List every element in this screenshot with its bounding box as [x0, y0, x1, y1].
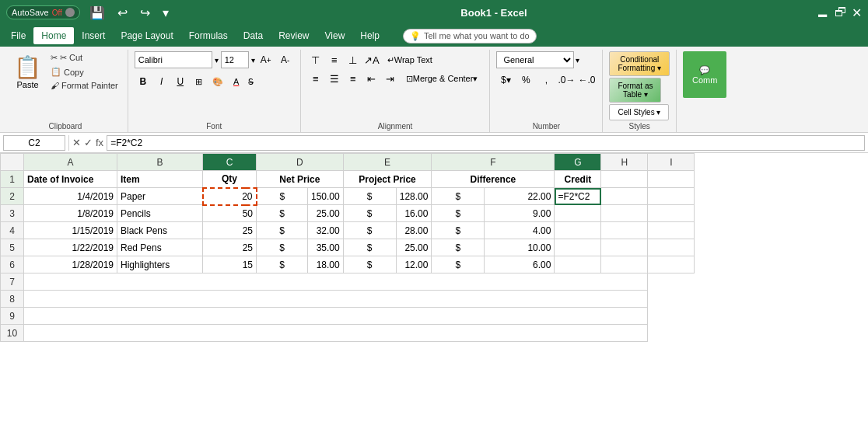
cell-c5[interactable]: 25 — [203, 239, 257, 256]
cell-g2[interactable]: =F2*C2 — [555, 188, 601, 205]
wrap-text-button[interactable]: ↵ Wrap Text — [382, 51, 438, 68]
format-painter-button[interactable]: 🖌Format Painter — [47, 79, 121, 92]
col-header-f[interactable]: F — [432, 154, 555, 171]
cell-c2[interactable]: 20 — [203, 188, 257, 205]
cell-i4[interactable] — [648, 222, 695, 239]
cut-button[interactable]: ✂✂ Cut — [47, 51, 121, 64]
col-header-h[interactable]: H — [601, 154, 648, 171]
menu-view[interactable]: View — [317, 27, 353, 44]
col-header-a[interactable]: A — [24, 154, 117, 171]
number-format-dropdown-icon[interactable]: ▾ — [576, 56, 579, 64]
copy-button[interactable]: 📋Copy — [47, 65, 121, 78]
cell-e6[interactable]: 12.00 — [396, 256, 432, 273]
insert-function-icon[interactable]: fx — [96, 137, 103, 148]
percent-button[interactable]: % — [516, 71, 535, 89]
menu-data[interactable]: Data — [236, 27, 271, 44]
increase-indent-button[interactable]: ⇥ — [382, 70, 399, 87]
align-middle-button[interactable]: ≡ — [326, 51, 343, 68]
save-icon[interactable]: 💾 — [86, 4, 108, 22]
conditional-formatting-button[interactable]: ConditionalFormatting ▾ — [609, 51, 670, 76]
cell-c3[interactable]: 50 — [203, 205, 257, 222]
menu-review[interactable]: Review — [271, 27, 317, 44]
cell-f2[interactable]: 22.00 — [485, 188, 555, 205]
bold-button[interactable]: B — [135, 73, 152, 90]
comma-button[interactable]: , — [537, 71, 555, 89]
cell-e1[interactable]: Project Price — [343, 171, 432, 188]
merge-center-button[interactable]: ⊡ Merge & Center ▾ — [401, 70, 484, 87]
increase-decimal-button[interactable]: .0→ — [557, 71, 576, 89]
cell-g6[interactable] — [555, 256, 601, 273]
accounting-format-button[interactable]: $▾ — [496, 71, 515, 89]
cell-a2[interactable]: 1/4/2019 — [24, 188, 117, 205]
cell-h5[interactable] — [601, 239, 648, 256]
font-size-input[interactable] — [221, 51, 249, 68]
cell-h6[interactable] — [601, 256, 648, 273]
cell-h2[interactable] — [601, 188, 648, 205]
cell-b5[interactable]: Red Pens — [117, 239, 203, 256]
cell-a9[interactable] — [24, 308, 648, 325]
merge-dropdown-icon[interactable]: ▾ — [473, 74, 478, 84]
cell-d6-dollar[interactable]: $ — [257, 256, 308, 273]
cell-i1[interactable] — [648, 171, 695, 188]
cell-g4[interactable] — [555, 222, 601, 239]
font-name-dropdown-icon[interactable]: ▾ — [215, 56, 219, 64]
cell-e6-dollar[interactable]: $ — [343, 256, 396, 273]
cell-f6-dollar[interactable]: $ — [432, 256, 485, 273]
cell-d4[interactable]: 32.00 — [308, 222, 344, 239]
cell-b4[interactable]: Black Pens — [117, 222, 203, 239]
cell-a1[interactable]: Date of Invoice — [24, 171, 117, 188]
cell-a6[interactable]: 1/28/2019 — [24, 256, 117, 273]
comm-button[interactable]: 💬 Comm — [683, 51, 726, 98]
cell-d2-dollar[interactable]: $ — [257, 188, 308, 205]
cell-e4[interactable]: 28.00 — [396, 222, 432, 239]
cell-d5[interactable]: 35.00 — [308, 239, 344, 256]
align-right-button[interactable]: ≡ — [345, 70, 362, 87]
cell-f4[interactable]: 4.00 — [485, 222, 555, 239]
font-size-dropdown-icon[interactable]: ▾ — [251, 56, 255, 64]
cell-d4-dollar[interactable]: $ — [257, 222, 308, 239]
italic-button[interactable]: I — [153, 73, 170, 90]
cell-a5[interactable]: 1/22/2019 — [24, 239, 117, 256]
cell-f5-dollar[interactable]: $ — [432, 239, 485, 256]
cell-d6[interactable]: 18.00 — [308, 256, 344, 273]
quick-access-icon[interactable]: ▾ — [159, 4, 172, 22]
col-header-c[interactable]: C — [203, 154, 257, 171]
cell-e3-dollar[interactable]: $ — [343, 205, 396, 222]
cell-h1[interactable] — [601, 171, 648, 188]
cell-g3[interactable] — [555, 205, 601, 222]
cell-f5[interactable]: 10.00 — [485, 239, 555, 256]
number-format-select[interactable]: General Number Currency Accounting — [496, 51, 574, 68]
menu-formulas[interactable]: Formulas — [181, 27, 236, 44]
menu-insert[interactable]: Insert — [74, 27, 113, 44]
cell-c4[interactable]: 25 — [203, 222, 257, 239]
cell-a7[interactable] — [24, 273, 648, 291]
cell-i3[interactable] — [648, 205, 695, 222]
cell-f2-dollar[interactable]: $ — [432, 188, 485, 205]
paste-button[interactable]: 📋 Paste — [9, 51, 46, 92]
cell-a3[interactable]: 1/8/2019 — [24, 205, 117, 222]
grow-font-button[interactable]: A+ — [257, 51, 275, 68]
cell-c6[interactable]: 15 — [203, 256, 257, 273]
undo-icon[interactable]: ↩ — [114, 4, 131, 22]
col-header-b[interactable]: B — [117, 154, 203, 171]
cell-i6[interactable] — [648, 256, 695, 273]
cell-d1[interactable]: Net Price — [257, 171, 344, 188]
cell-c1[interactable]: Qty — [203, 171, 257, 188]
cell-f1[interactable]: Difference — [432, 171, 555, 188]
cell-e5-dollar[interactable]: $ — [343, 239, 396, 256]
redo-icon[interactable]: ↪ — [137, 4, 153, 22]
format-as-table-button[interactable]: Format asTable ▾ — [609, 78, 661, 103]
cell-e2[interactable]: 128.00 — [396, 188, 432, 205]
cell-e4-dollar[interactable]: $ — [343, 222, 396, 239]
cell-f4-dollar[interactable]: $ — [432, 222, 485, 239]
align-left-button[interactable]: ≡ — [307, 70, 324, 87]
menu-page-layout[interactable]: Page Layout — [113, 27, 180, 44]
cell-d3[interactable]: 25.00 — [308, 205, 344, 222]
cell-f3-dollar[interactable]: $ — [432, 205, 485, 222]
decrease-indent-button[interactable]: ⇤ — [363, 70, 380, 87]
cell-g5[interactable] — [555, 239, 601, 256]
cell-b6[interactable]: Highlighters — [117, 256, 203, 273]
cell-d2[interactable]: 150.00 — [308, 188, 344, 205]
menu-help[interactable]: Help — [352, 27, 387, 44]
cell-e2-dollar[interactable]: $ — [343, 188, 396, 205]
